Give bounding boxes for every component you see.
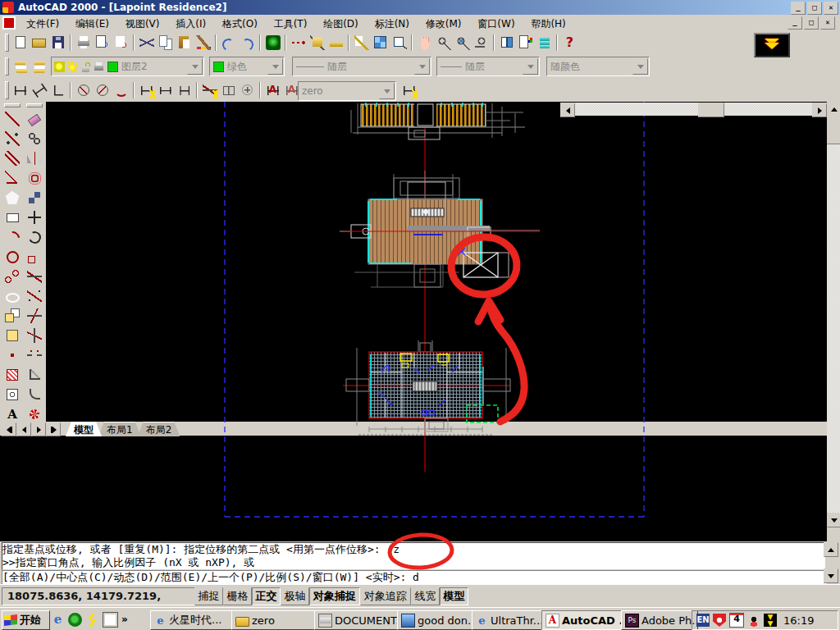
menu-edit[interactable]: 编辑(E)	[69, 15, 116, 31]
vertical-scrollbar[interactable]	[827, 102, 840, 527]
toolbar-grip[interactable]	[5, 34, 9, 52]
plotstyle-combo-dropdown-button[interactable]	[632, 58, 648, 75]
toolbar-grip[interactable]	[26, 103, 43, 107]
language-indicator[interactable]: EN	[696, 614, 710, 627]
help-button[interactable]: ?	[560, 34, 579, 52]
toggle-osnap[interactable]: 对象捕捉	[309, 587, 360, 605]
pan-realtime-button[interactable]	[415, 34, 434, 52]
command-scrollbar[interactable]	[825, 542, 838, 583]
toggle-polar[interactable]: 极轴	[281, 587, 309, 605]
open-button[interactable]	[30, 34, 48, 52]
match-properties-button[interactable]	[194, 34, 212, 52]
layer-previous-button[interactable]	[30, 57, 48, 75]
center-mark-button[interactable]	[238, 81, 257, 99]
command-input-line[interactable]: [全部(A)/中心点(C)/动态(D)/范围(E)/上一个(P)/比例(S)/窗…	[2, 570, 827, 585]
child-minimize-button[interactable]: _	[788, 16, 802, 30]
spelling-button[interactable]	[112, 34, 130, 52]
toggle-ortho[interactable]: 正交	[252, 587, 281, 605]
point-button[interactable]	[2, 345, 22, 365]
menu-tools[interactable]: 工具(T)	[267, 15, 314, 31]
fillet-button[interactable]	[25, 385, 44, 404]
toggle-otrack[interactable]: 对象追踪	[360, 587, 411, 605]
command-scroll-up-button[interactable]	[824, 542, 838, 557]
tab-model[interactable]: 模型	[66, 422, 102, 436]
menu-file[interactable]: 文件(F)	[20, 15, 66, 31]
vertical-scrollbar-track[interactable]	[827, 102, 840, 527]
new-button[interactable]	[11, 34, 30, 52]
color-combo[interactable]: 绿色	[209, 57, 285, 76]
spline-button[interactable]	[2, 267, 22, 286]
line-button[interactable]	[2, 109, 22, 129]
task-ultrathr[interactable]: e UltraThr...	[472, 610, 546, 630]
print-button[interactable]	[74, 34, 93, 52]
layer-combo[interactable]: 图层2	[51, 57, 204, 76]
flashget-tray-icon[interactable]: ▼▼	[764, 614, 777, 627]
toolbar-grip[interactable]	[5, 57, 9, 75]
winamp-quicklaunch-icon[interactable]	[85, 613, 99, 627]
task-good-don[interactable]: good don...	[397, 610, 476, 630]
offset-button[interactable]	[25, 168, 44, 188]
construction-line-button[interactable]	[2, 129, 22, 148]
quick-leader-button[interactable]	[200, 81, 219, 99]
horizontal-scrollbar-track[interactable]	[575, 103, 812, 116]
block-tool-button[interactable]	[371, 34, 390, 52]
mirror-button[interactable]	[25, 148, 44, 168]
menu-insert[interactable]: 插入(I)	[169, 15, 212, 31]
redo-button[interactable]	[238, 34, 257, 52]
command-history[interactable]: 指定基点或位移, 或者 [重复(M)]: 指定位移的第二点或 <用第一点作位移>…	[2, 542, 827, 570]
explode-button[interactable]	[25, 404, 44, 424]
horizontal-scrollbar[interactable]	[560, 103, 827, 116]
zoom-window-button[interactable]	[453, 34, 472, 52]
circle-button[interactable]	[2, 247, 22, 267]
qq-penguin-icon[interactable]	[747, 614, 760, 627]
command-scroll-down-button[interactable]	[824, 568, 838, 583]
lineweight-combo[interactable]: 随层	[436, 57, 540, 76]
flashget-drop-zone[interactable]	[754, 33, 790, 57]
cut-button[interactable]	[137, 34, 156, 52]
redraw-button[interactable]	[352, 34, 371, 52]
task-zero-folder[interactable]: zero	[231, 610, 318, 630]
copy-object-button[interactable]	[25, 129, 44, 148]
task-photoshop[interactable]: Ps Adobe Ph...	[621, 610, 698, 630]
layers-dialog-button[interactable]	[11, 57, 30, 75]
polyline-button[interactable]	[2, 168, 22, 188]
radius-dimension-button[interactable]	[74, 81, 93, 99]
lengthen-button[interactable]	[25, 286, 44, 306]
layer-plot-printer-icon[interactable]	[94, 62, 104, 72]
trim-button[interactable]	[25, 306, 44, 326]
print-preview-button[interactable]	[93, 34, 112, 52]
chamfer-button[interactable]	[25, 365, 44, 385]
region-button[interactable]	[2, 385, 22, 404]
toggle-lineweight[interactable]: 线宽	[411, 587, 440, 605]
snap-from-button[interactable]	[308, 34, 326, 52]
linetype-combo[interactable]: 随层	[292, 57, 431, 76]
layer-combo-dropdown-button[interactable]	[187, 58, 203, 75]
insert-hyperlink-button[interactable]	[263, 34, 282, 52]
vertical-scrollbar-thumb[interactable]	[827, 115, 840, 144]
move-button[interactable]	[25, 208, 44, 227]
child-restore-button[interactable]: □	[804, 16, 819, 30]
scroll-left-button[interactable]	[560, 103, 575, 117]
quicklaunch-more-chevron[interactable]: »	[121, 614, 128, 625]
calendar-tray-icon[interactable]: 4	[729, 613, 744, 628]
layer-thaw-sun-icon[interactable]	[67, 62, 78, 72]
tolerance-button[interactable]	[219, 81, 238, 99]
array-button[interactable]	[25, 188, 44, 208]
drawing-canvas[interactable]	[0, 102, 827, 527]
arc-button[interactable]	[2, 227, 22, 247]
multiline-button[interactable]	[2, 148, 22, 168]
properties-button[interactable]	[516, 34, 535, 52]
ordinate-dimension-button[interactable]	[48, 81, 67, 99]
toggle-snap[interactable]: 捕捉	[194, 587, 223, 605]
menu-dimension[interactable]: 标注(N)	[368, 15, 416, 31]
color-combo-dropdown-button[interactable]	[267, 58, 283, 75]
layer-lock-open-icon[interactable]	[80, 62, 91, 72]
task-huoxing[interactable]: e 火星时代...	[150, 610, 235, 630]
hatch-button[interactable]	[2, 365, 22, 385]
toolbar-grip[interactable]	[4, 103, 21, 107]
dimension-style-button[interactable]	[399, 81, 418, 99]
media-player-quicklaunch-icon[interactable]	[103, 612, 118, 628]
restore-button[interactable]: □	[807, 2, 822, 15]
save-button[interactable]	[48, 34, 67, 52]
dimension-edit-button[interactable]: A	[263, 81, 282, 99]
